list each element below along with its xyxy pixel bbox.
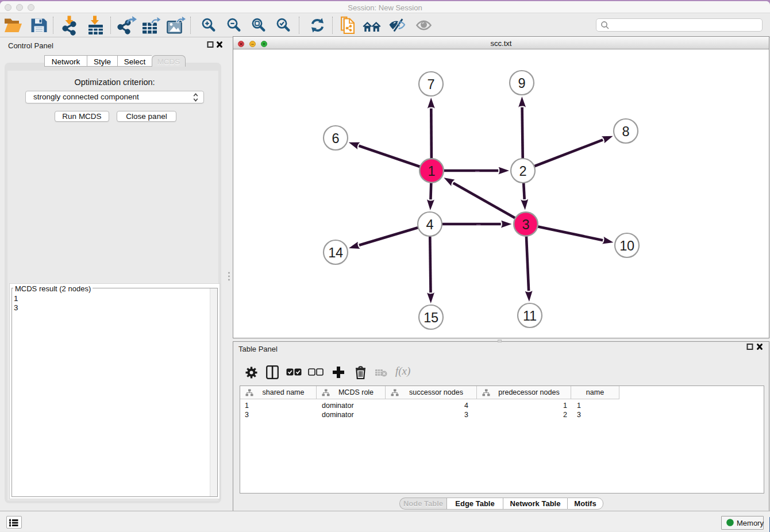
svg-text:15: 15	[424, 310, 438, 325]
svg-text:8: 8	[622, 124, 630, 139]
svg-text:14: 14	[328, 245, 343, 260]
svg-text:1: 1	[428, 164, 436, 179]
svg-text:3: 3	[522, 217, 530, 232]
svg-text:2: 2	[519, 164, 527, 179]
svg-text:6: 6	[332, 131, 340, 146]
svg-text:7: 7	[428, 77, 435, 92]
svg-text:4: 4	[426, 217, 434, 232]
svg-text:9: 9	[518, 76, 526, 91]
svg-text:10: 10	[619, 238, 634, 253]
svg-text:11: 11	[523, 309, 537, 323]
